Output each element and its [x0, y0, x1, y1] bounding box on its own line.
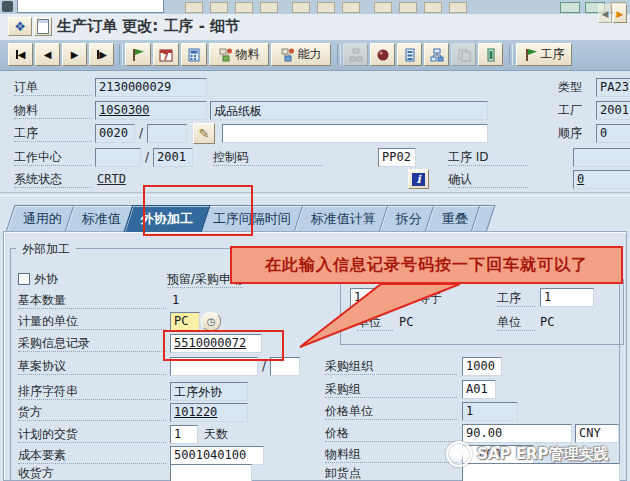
hierarchy-button-disabled — [343, 43, 368, 66]
unit-of-measure-label: 计量的单位 — [18, 314, 166, 330]
confirmation-label: 确认 — [448, 172, 528, 188]
price-field[interactable]: 90.00 — [462, 424, 572, 443]
services-button[interactable] — [34, 17, 52, 36]
first-icon: ◀ — [16, 50, 26, 60]
tab-scroll-left-button[interactable]: ◀ — [598, 4, 612, 23]
unloading-point-field[interactable] — [462, 463, 620, 481]
subcontracting-checkbox[interactable] — [18, 273, 30, 285]
previous-operation-button[interactable]: ◀ — [35, 43, 60, 66]
sequence-field[interactable]: 0 — [596, 124, 630, 143]
sort-string-label: 排序字符串 — [18, 384, 166, 400]
flag-icon — [524, 48, 538, 62]
cost-element-label: 成本要素 — [18, 448, 166, 464]
currency-field[interactable]: CNY — [575, 424, 619, 443]
command-field[interactable] — [17, 0, 164, 13]
vendor-field[interactable]: 101220 — [170, 403, 248, 422]
page-up-icon[interactable] — [399, 2, 417, 13]
material-group-field[interactable]: 800 — [462, 445, 534, 464]
tab-standard-value-calc[interactable]: 标准值计算 — [294, 205, 394, 232]
sequence-overview-button[interactable] — [424, 43, 449, 66]
long-text-button[interactable]: ✎ — [193, 123, 215, 144]
tab-strip: 通用的 标准值 外协加工 工序间隔时间 标准值计算 拆分 重叠 — [16, 205, 491, 232]
hierarchy-icon — [349, 48, 363, 62]
gui-status-button[interactable]: ❖ — [8, 17, 32, 36]
find-next-icon[interactable] — [342, 2, 360, 13]
info-record-highlight-rect — [163, 330, 284, 361]
back-icon[interactable] — [210, 2, 228, 13]
price-unit-field[interactable]: 1 — [462, 402, 518, 421]
page-last-icon[interactable] — [449, 2, 467, 13]
purchasing-org-field[interactable]: 1000 — [462, 357, 502, 376]
find-icon[interactable] — [317, 2, 335, 13]
gui-status-icon: ❖ — [14, 20, 26, 33]
order-type-field[interactable]: PA23 — [596, 78, 630, 97]
operation-text-field[interactable] — [222, 124, 488, 143]
next-icon: ▶ — [71, 50, 79, 60]
copy-icon — [457, 48, 471, 62]
goods-recipient-field[interactable] — [170, 464, 252, 481]
control-key-label: 控制码 — [213, 150, 323, 166]
dates-button[interactable]: 7 — [153, 43, 179, 66]
cancel-icon[interactable] — [260, 2, 278, 13]
sap-window: ❖ 生产订单 更改: 工序 - 细节 ◀ ◀ ▶ ▶ 7 物料 能力 — [0, 0, 630, 481]
status-info-button[interactable]: i — [408, 169, 429, 189]
copy-button-disabled — [451, 43, 476, 66]
enter-icon[interactable] — [2, 1, 13, 12]
cost-element-field[interactable]: 5001040100 — [170, 446, 264, 465]
calendar-icon: 7 — [159, 48, 173, 62]
last-icon: ▶ — [96, 50, 107, 60]
material-field[interactable]: 10S0300 — [95, 101, 207, 120]
save-icon[interactable] — [185, 2, 203, 13]
component-overview-button[interactable] — [370, 43, 395, 66]
callout-text: 在此输入信息记录号码按一下回车就可以了 — [265, 255, 588, 276]
page-first-icon[interactable] — [374, 2, 392, 13]
purchasing-group-field[interactable]: A01 — [462, 380, 496, 399]
operation-id-label: 工序 ID — [448, 150, 528, 166]
standard-toolbar-partial — [0, 0, 630, 15]
refresh-button[interactable] — [478, 43, 503, 66]
next-operation-button[interactable]: ▶ — [62, 43, 87, 66]
operation-id-field[interactable] — [573, 148, 630, 167]
system-status-value[interactable]: CRTD — [97, 172, 126, 187]
operation-number-field[interactable]: 0020 — [95, 124, 135, 143]
planned-delivery-field[interactable]: 1 — [170, 425, 198, 444]
qty-operation-field[interactable]: 1 — [540, 288, 594, 307]
control-key-field[interactable]: PP02 — [378, 148, 416, 167]
release-button[interactable] — [125, 43, 151, 66]
work-center-plant-field[interactable]: 2001 — [153, 148, 193, 167]
operation-overview-button[interactable] — [397, 43, 422, 66]
first-operation-button[interactable]: ◀ — [8, 43, 33, 66]
divider — [0, 192, 630, 196]
capacity-button[interactable]: 能力 — [271, 43, 331, 66]
days-label: 天数 — [204, 427, 228, 442]
flag-icon — [131, 48, 145, 62]
tab-scroll-right-button[interactable]: ▶ — [613, 4, 627, 23]
confirmation-field[interactable]: 0 — [573, 170, 630, 189]
exit-icon[interactable] — [235, 2, 253, 13]
purchasing-group-label: 采购组 — [325, 382, 457, 398]
matchcode-button[interactable]: ◷ — [201, 312, 221, 331]
print-icon[interactable] — [292, 2, 310, 13]
material-button[interactable]: 物料 — [209, 43, 269, 66]
quantity-field[interactable]: 1 — [350, 288, 404, 307]
suboperation-field[interactable] — [147, 124, 187, 143]
costs-button[interactable] — [181, 43, 207, 66]
system-status-label: 系统状态 — [14, 172, 92, 188]
material-description-field[interactable]: 成品纸板 — [210, 101, 488, 120]
type-label: 类型 — [558, 80, 582, 95]
operation-button[interactable]: 工序 — [516, 43, 572, 66]
unit-of-measure-field[interactable]: PC — [170, 312, 200, 331]
operation-button-label: 工序 — [541, 46, 565, 63]
page-down-icon[interactable] — [424, 2, 442, 13]
outline-agreement-slash: / — [262, 359, 266, 373]
order-field[interactable]: 2130000029 — [95, 78, 207, 97]
sort-string-field[interactable]: 工序外协 — [170, 382, 248, 401]
page-title: 生产订单 更改: 工序 - 细节 — [57, 17, 240, 36]
work-center-field[interactable] — [95, 148, 141, 167]
plant-field[interactable]: 2001 — [596, 101, 630, 120]
material-label: 物料 — [14, 103, 92, 119]
new-session-icon[interactable] — [560, 2, 580, 13]
last-operation-button[interactable]: ▶ — [89, 43, 114, 66]
previous-icon: ◀ — [44, 50, 52, 60]
svg-text:7: 7 — [163, 53, 169, 62]
